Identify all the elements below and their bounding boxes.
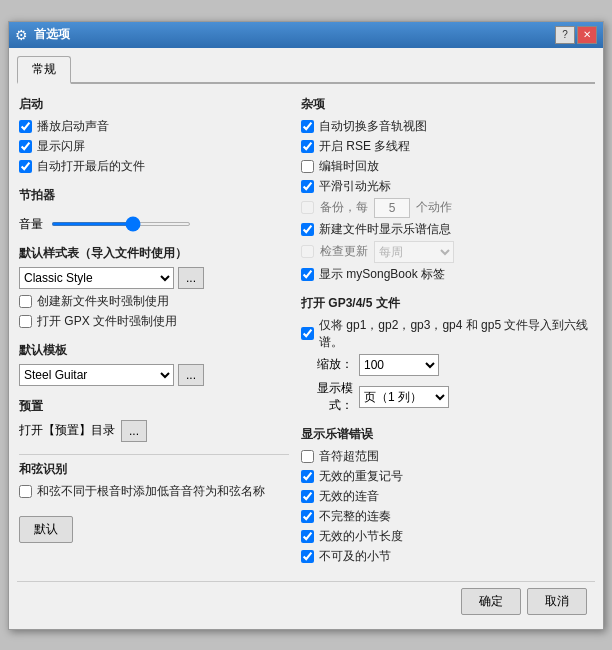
auto-switch-check[interactable] (301, 120, 314, 133)
force-gpx-check[interactable] (19, 315, 32, 328)
preset-open-label: 打开【预置】目录 (19, 422, 115, 439)
display-mode-select[interactable]: 页（1 列） 页（2 列） 连续 (359, 386, 449, 408)
rse-multithread-label: 开启 RSE 多线程 (319, 138, 410, 155)
force-gpx-row: 打开 GPX 文件时强制使用 (19, 313, 289, 330)
new-file-info-label: 新建文件时显示乐谱信息 (319, 221, 451, 238)
score-errors-section: 显示乐谱错误 音符超范围 无效的重复记号 无效的连音 (301, 426, 593, 565)
default-style-btn[interactable]: ... (178, 267, 204, 289)
note-range-label: 音符超范围 (319, 448, 379, 465)
smooth-cursor-label: 平滑引动光标 (319, 178, 391, 195)
default-template-select[interactable]: Steel Guitar (19, 364, 174, 386)
auto-switch-row: 自动切换多音轨视图 (301, 118, 593, 135)
chord-title: 和弦识别 (19, 461, 289, 478)
smooth-cursor-check[interactable] (301, 180, 314, 193)
gp-files-section: 打开 GP3/4/5 文件 仅将 gp1，gp2，gp3，gp4 和 gp5 文… (301, 295, 593, 414)
unreachable-bar-check[interactable] (301, 550, 314, 563)
volume-section: 音量 (19, 216, 289, 233)
smooth-cursor-row: 平滑引动光标 (301, 178, 593, 195)
invalid-repeat-label: 无效的重复记号 (319, 468, 403, 485)
zoom-select[interactable]: 100 75 125 150 (359, 354, 439, 376)
volume-slider[interactable] (51, 222, 191, 226)
default-template-btn[interactable]: ... (178, 364, 204, 386)
chord-section: 和弦识别 和弦不同于根音时添加低音音符为和弦名称 (19, 454, 289, 500)
close-button[interactable]: ✕ (577, 26, 597, 44)
volume-label: 音量 (19, 216, 43, 233)
content-area: 启动 播放启动声音 显示闪屏 自动打开最后的文件 (17, 92, 595, 581)
backup-value[interactable] (374, 198, 410, 218)
invalid-slur-row: 无效的连音 (301, 488, 593, 505)
mysongbook-label: 显示 mySongBook 标签 (319, 266, 445, 283)
title-bar: ⚙ 首选项 ? ✕ (9, 22, 603, 48)
rse-multithread-check[interactable] (301, 140, 314, 153)
window-icon: ⚙ (15, 27, 28, 43)
startup-sound-check[interactable] (19, 120, 32, 133)
score-errors-title: 显示乐谱错误 (301, 426, 593, 443)
invalid-repeat-row: 无效的重复记号 (301, 468, 593, 485)
edit-playback-check[interactable] (301, 160, 314, 173)
invalid-bar-length-check[interactable] (301, 530, 314, 543)
gp-files-title: 打开 GP3/4/5 文件 (301, 295, 593, 312)
startup-sound-row: 播放启动声音 (19, 118, 289, 135)
default-template-section: 默认模板 Steel Guitar ... (19, 342, 289, 386)
show-splash-row: 显示闪屏 (19, 138, 289, 155)
open-last-row: 自动打开最后的文件 (19, 158, 289, 175)
zoom-label: 缩放： (301, 356, 353, 373)
incomplete-legato-check[interactable] (301, 510, 314, 523)
preset-btn[interactable]: ... (121, 420, 147, 442)
edit-playback-row: 编辑时回放 (301, 158, 593, 175)
bottom-bar: 确定 取消 (17, 581, 595, 621)
show-splash-check[interactable] (19, 140, 32, 153)
invalid-repeat-check[interactable] (301, 470, 314, 483)
mysongbook-check[interactable] (301, 268, 314, 281)
title-buttons: ? ✕ (555, 26, 597, 44)
invalid-slur-check[interactable] (301, 490, 314, 503)
default-template-title: 默认模板 (19, 342, 289, 359)
note-range-row: 音符超范围 (301, 448, 593, 465)
ok-button[interactable]: 确定 (461, 588, 521, 615)
force-new-folder-label: 创建新文件夹时强制使用 (37, 293, 169, 310)
chord-label: 和弦不同于根音时添加低音音符为和弦名称 (37, 483, 265, 500)
force-gpx-label: 打开 GPX 文件时强制使用 (37, 313, 177, 330)
help-button[interactable]: ? (555, 26, 575, 44)
gp-import-check[interactable] (301, 327, 314, 340)
default-style-section: 默认样式表（导入文件时使用） Classic Style ... 创建新文件夹时… (19, 245, 289, 330)
incomplete-legato-row: 不完整的连奏 (301, 508, 593, 525)
preset-title: 预置 (19, 398, 289, 415)
gp-import-row: 仅将 gp1，gp2，gp3，gp4 和 gp5 文件导入到六线谱。 (301, 317, 593, 351)
chord-check[interactable] (19, 485, 32, 498)
preferences-window: ⚙ 首选项 ? ✕ 常规 启动 播放启动声音 (8, 21, 604, 630)
invalid-slur-label: 无效的连音 (319, 488, 379, 505)
startup-title: 启动 (19, 96, 289, 113)
tab-bar: 常规 (17, 56, 595, 84)
force-new-folder-check[interactable] (19, 295, 32, 308)
new-file-info-check[interactable] (301, 223, 314, 236)
window-title: 首选项 (34, 26, 70, 43)
note-range-check[interactable] (301, 450, 314, 463)
new-file-info-row: 新建文件时显示乐谱信息 (301, 221, 593, 238)
check-update-check[interactable] (301, 245, 314, 258)
backup-unit: 个动作 (416, 199, 452, 216)
invalid-bar-length-label: 无效的小节长度 (319, 528, 403, 545)
check-update-label: 检查更新 (320, 243, 368, 260)
check-update-freq-select[interactable]: 每周 (374, 241, 454, 263)
zoom-row: 缩放： 100 75 125 150 (301, 354, 593, 376)
default-style-select[interactable]: Classic Style (19, 267, 174, 289)
tab-general[interactable]: 常规 (17, 56, 71, 84)
cancel-button[interactable]: 取消 (527, 588, 587, 615)
incomplete-legato-label: 不完整的连奏 (319, 508, 391, 525)
chord-check-row: 和弦不同于根音时添加低音音符为和弦名称 (19, 483, 289, 500)
display-mode-label: 显示模式： (301, 380, 353, 414)
window-body: 常规 启动 播放启动声音 显示闪屏 (9, 48, 603, 629)
invalid-bar-length-row: 无效的小节长度 (301, 528, 593, 545)
backup-check[interactable] (301, 201, 314, 214)
left-column: 启动 播放启动声音 显示闪屏 自动打开最后的文件 (19, 96, 289, 577)
startup-section: 启动 播放启动声音 显示闪屏 自动打开最后的文件 (19, 96, 289, 175)
open-last-check[interactable] (19, 160, 32, 173)
misc-title: 杂项 (301, 96, 593, 113)
default-button[interactable]: 默认 (19, 516, 73, 543)
default-btn-container: 默认 (19, 512, 289, 543)
open-last-label: 自动打开最后的文件 (37, 158, 145, 175)
edit-playback-label: 编辑时回放 (319, 158, 379, 175)
unreachable-bar-row: 不可及的小节 (301, 548, 593, 565)
metronome-section: 节拍器 (19, 187, 289, 204)
